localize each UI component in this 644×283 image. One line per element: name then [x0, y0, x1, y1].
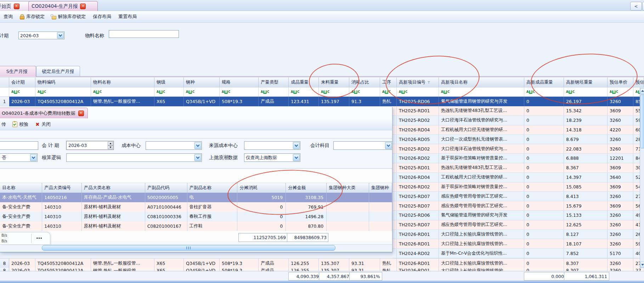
spin-down-icon[interactable]: [108, 146, 113, 149]
table-row[interactable]: TH2025-RD07感应热煨弯管用母管的工艺研究...015.67936095…: [392, 201, 644, 211]
period-combobox[interactable]: 2026-03: [18, 32, 64, 39]
column-header[interactable]: 集团钢种大类: [327, 183, 369, 193]
table-row[interactable]: TH2026-RD02基于双探补偿策略对钢管质量控...06.888122018…: [392, 154, 644, 163]
table-row[interactable]: 本-水电气-天然气14050216库存商品-产成品-水电气50020005005…: [0, 193, 392, 202]
inventory-unlock-button[interactable]: 解除库存锁定: [48, 12, 89, 21]
column-filter-cell[interactable]: ABC: [524, 87, 564, 97]
table-row[interactable]: TH2026-RD01大口径陆上长输抗腐蚀管线管的...08.127326026: [392, 230, 644, 239]
column-header[interactable]: 消耗占比: [349, 77, 380, 87]
column-header[interactable]: 产品大类编号: [42, 183, 82, 193]
chevron-down-icon[interactable]: [293, 154, 300, 161]
close-icon[interactable]: ✕: [80, 4, 86, 9]
vertical-scrollbar[interactable]: [640, 87, 644, 268]
main-grid-bottom-row[interactable]: 82026-03TQ4505320800412A钢管,热轧,一般服役管...X6…: [0, 258, 644, 268]
dialog-horizontal-scrollbar[interactable]: [0, 244, 392, 251]
column-header[interactable]: 工序: [380, 77, 397, 87]
filter-funnel-icon[interactable]: [427, 81, 430, 84]
spin-up-icon[interactable]: [108, 142, 113, 146]
column-filter-cell[interactable]: ABC: [349, 87, 380, 97]
column-filter-cell[interactable]: ABC: [220, 87, 259, 97]
tab-mes-monthly-report[interactable]: S生产月报: [0, 66, 36, 77]
column-header[interactable]: 规格: [220, 77, 259, 87]
chevron-down-icon[interactable]: [57, 32, 64, 39]
scrollbar-thumb[interactable]: [640, 95, 644, 148]
column-header[interactable]: 集团钢种: [369, 183, 392, 193]
column-filter-cell[interactable]: ABC: [289, 87, 319, 97]
column-filter-cell[interactable]: ABC: [35, 87, 91, 97]
column-header[interactable]: 产副品名称: [187, 183, 238, 193]
table-row[interactable]: TH2025-RD07感应热煨弯管用母管的工艺研究...012.62532604…: [392, 220, 644, 230]
material-name-input[interactable]: [109, 30, 179, 38]
column-header[interactable]: 物料名称: [91, 77, 154, 87]
upload-button[interactable]: 传: [0, 120, 9, 129]
column-header[interactable]: 分摊消耗: [237, 183, 286, 193]
save-layout-button[interactable]: 保存布局: [89, 12, 115, 21]
chevron-down-icon[interactable]: [385, 142, 392, 149]
column-filter-cell[interactable]: ABC: [184, 87, 220, 97]
column-header[interactable]: 高新项目名称: [439, 77, 524, 87]
table-row[interactable]: TH2026-RD02基于双探补偿策略对钢管质量控...015.08536095…: [392, 182, 644, 192]
column-filter-cell[interactable]: ABC: [154, 87, 184, 97]
table-row[interactable]: TH2025-RD01热连轧无缝钢管483孔型工艺设...08.36736093…: [392, 163, 644, 173]
cost-center-combobox[interactable]: [146, 141, 202, 150]
more-ellipsis-icon[interactable]: …: [36, 233, 43, 240]
scrollbar-thumb[interactable]: [42, 245, 335, 251]
query-button[interactable]: 查询: [0, 12, 16, 21]
column-header[interactable]: 目名称: [0, 183, 42, 193]
close-icon[interactable]: ✕: [78, 111, 84, 116]
table-row[interactable]: 备-安全生产费140310原材料-辅料及耐材C08201000167工作鞋087…: [0, 221, 392, 231]
scroll-down-icon[interactable]: [640, 262, 644, 268]
column-filter-cell[interactable]: ABC: [9, 87, 35, 97]
column-filter-cell[interactable]: ABC: [564, 87, 608, 97]
column-filter-cell[interactable]: ABC: [259, 87, 289, 97]
chevron-down-icon[interactable]: [30, 154, 37, 161]
column-filter-cell[interactable]: ABC: [608, 87, 633, 97]
dialog-tab[interactable]: O040201-各成本中心费用结转数据 ✕: [0, 108, 88, 119]
tab-scroll-left-button[interactable]: <: [630, 2, 642, 11]
chevron-down-icon[interactable]: [194, 154, 201, 161]
table-row[interactable]: TH2025-RD02大口径海洋石油管线管的研究与...018.23932605…: [392, 116, 644, 125]
main-grid-selected-row[interactable]: 12026-03TQ4505320800412A钢管,热轧,一般服役管...X6…: [0, 97, 644, 106]
source-cost-center-combobox[interactable]: [244, 141, 300, 150]
close-button[interactable]: ✖ 关闭: [32, 120, 54, 129]
chevron-down-icon[interactable]: [293, 142, 300, 149]
column-header[interactable]: 产量类型: [259, 77, 289, 87]
tab-scroll-right-button[interactable]: [642, 2, 644, 11]
column-header[interactable]: 来料重量: [319, 77, 349, 87]
column-header[interactable]: 预估: [633, 77, 644, 87]
table-row[interactable]: TH2025-RD06氢气储输管道用钢管的研究与开发015.133326049: [392, 211, 644, 220]
column-filter-cell[interactable]: ABC: [439, 87, 524, 97]
column-header[interactable]: 产副品代码: [145, 183, 187, 193]
table-row[interactable]: TH2026-RD04工程机械用大口径无缝钢管的研...014.39736405…: [392, 173, 644, 182]
reset-layout-button[interactable]: 重置布局: [115, 12, 140, 21]
tab-co020404[interactable]: CO020404-生产月报 ✕: [28, 1, 98, 11]
table-row[interactable]: TH2024-RD02基于Mn-Cr-V合金优化与组织性...07.852517…: [392, 249, 644, 258]
column-header[interactable]: 钢种: [184, 77, 220, 87]
close-icon[interactable]: ✕: [14, 4, 19, 9]
column-filter-cell[interactable]: ABC: [397, 87, 439, 97]
flag-combobox[interactable]: 否: [0, 153, 38, 162]
column-filter-cell[interactable]: ABC: [319, 87, 349, 97]
upload-langchao-combobox[interactable]: 仅查询上抛数据: [244, 153, 300, 162]
column-filter-cell[interactable]: ABC: [380, 87, 397, 97]
column-header[interactable]: 分摊金额: [286, 183, 327, 193]
column-header[interactable]: 高新项目编号: [397, 77, 439, 87]
verify-button[interactable]: 校验: [9, 120, 32, 129]
table-row[interactable]: 备-安全生产费140310原材料-辅料及耐材C08101000336春秋工作服0…: [0, 212, 392, 221]
table-row[interactable]: TH2026-RD01大口径陆上长输抗腐蚀管线管的...018.10732605…: [392, 239, 644, 249]
column-header[interactable]: 高新成品重量: [524, 77, 564, 87]
tab-locked-monthly-report[interactable]: 锁定后生产月报: [36, 66, 80, 77]
cut-off-input[interactable]: [0, 141, 38, 150]
column-header[interactable]: 成品重量: [289, 77, 319, 87]
table-row[interactable]: TH2025-RD07感应热煨弯管用母管的工艺研究...08.413326027: [392, 192, 644, 201]
chevron-down-icon[interactable]: [194, 142, 201, 149]
calc-logic-combobox[interactable]: [66, 153, 202, 162]
dialog-period-spinner[interactable]: 2026-03: [66, 141, 114, 150]
table-row[interactable]: TH2025-RD01热连轧无缝钢管483孔型工艺设...015.3423609…: [392, 106, 644, 116]
column-header[interactable]: 物料编码: [35, 77, 91, 87]
table-row[interactable]: TH2026-RD05大口径一次成型热轧无缝钢管表...08.679326028: [392, 135, 644, 144]
column-filter-cell[interactable]: ABC: [91, 87, 154, 97]
scroll-up-icon[interactable]: [640, 88, 644, 94]
inventory-lock-button[interactable]: 库存锁定: [16, 12, 48, 21]
table-row[interactable]: TH2026-RD04工程机械用大口径无缝钢管的研...014.31842206…: [392, 125, 644, 135]
